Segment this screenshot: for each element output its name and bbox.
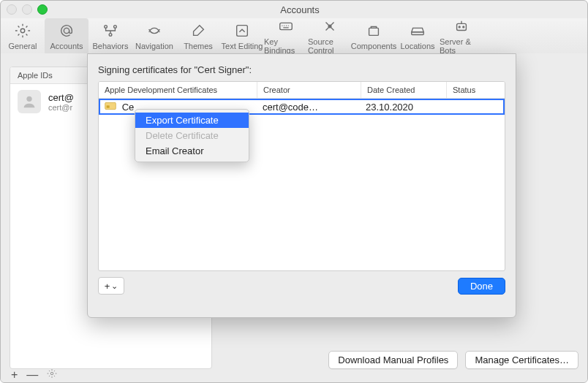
remove-account-button[interactable]: — — [26, 369, 38, 381]
tab-label: Text Editing — [222, 42, 263, 50]
avatar — [18, 90, 41, 113]
svg-point-11 — [459, 26, 460, 28]
cell-status — [445, 105, 505, 108]
preferences-toolbar: General Accounts Behaviors Navigation Th… — [1, 18, 587, 56]
preferences-window: Accounts General Accounts Behaviors Navi… — [0, 0, 588, 383]
column-header-name[interactable]: Apple Development Certificates — [99, 82, 257, 98]
column-header-status[interactable]: Status — [447, 82, 505, 98]
add-certificate-button[interactable]: + ⌄ — [98, 277, 124, 295]
cell-creator: cert@code… — [257, 100, 360, 114]
svg-rect-8 — [369, 28, 379, 35]
svg-rect-5 — [237, 26, 248, 37]
tab-server-bots[interactable]: Server & Bots — [440, 18, 483, 55]
svg-rect-10 — [457, 23, 467, 30]
tab-label: Behaviors — [93, 42, 129, 50]
svg-point-2 — [105, 26, 108, 29]
column-header-date[interactable]: Date Created — [361, 82, 447, 98]
tab-label: Server & Bots — [440, 37, 483, 55]
at-icon — [59, 23, 75, 40]
edit-icon — [234, 23, 250, 40]
tab-general[interactable]: General — [1, 18, 45, 55]
add-account-button[interactable]: + — [11, 369, 18, 381]
account-email: cert@ — [48, 92, 74, 103]
tab-label: Themes — [184, 42, 213, 50]
tab-accounts[interactable]: Accounts — [45, 18, 88, 55]
menu-item-export-certificate[interactable]: Export Certificate — [135, 113, 249, 128]
robot-icon — [453, 18, 470, 36]
menu-item-delete-certificate: Delete Certificate — [135, 128, 249, 143]
window-title: Accounts — [18, 4, 581, 15]
tab-behaviors[interactable]: Behaviors — [88, 18, 132, 55]
arrows-icon — [146, 23, 162, 40]
tab-label: Accounts — [50, 42, 83, 50]
tab-navigation[interactable]: Navigation — [132, 18, 176, 55]
account-text: cert@ cert@r — [48, 92, 74, 112]
svg-point-12 — [463, 26, 464, 28]
svg-point-1 — [64, 28, 69, 33]
plus-icon: + — [105, 281, 110, 292]
tab-label: General — [8, 42, 37, 50]
svg-rect-16 — [107, 105, 110, 107]
gear-icon — [15, 23, 31, 40]
detail-buttons: Download Manual Profiles Manage Certific… — [328, 351, 578, 369]
sidebar-footer-controls: + — — [11, 368, 57, 381]
nodes-icon — [102, 23, 118, 40]
svg-point-14 — [51, 372, 54, 375]
tab-text-editing[interactable]: Text Editing — [220, 18, 264, 55]
sidebar-header-label: Apple IDs — [18, 71, 53, 80]
svg-point-3 — [114, 26, 117, 29]
close-window-button[interactable] — [7, 4, 17, 15]
context-menu: Export Certificate Delete Certificate Em… — [135, 109, 249, 162]
tab-label: Key Bindings — [264, 37, 308, 55]
package-icon — [366, 23, 382, 40]
tab-key-bindings[interactable]: Key Bindings — [264, 18, 308, 55]
tab-label: Navigation — [135, 42, 173, 50]
signing-certificates-sheet: Signing certificates for "Cert Signer": … — [87, 53, 516, 318]
drive-icon — [410, 23, 426, 40]
brush-icon — [190, 23, 206, 40]
sheet-title: Signing certificates for "Cert Signer": — [98, 64, 505, 75]
svg-point-0 — [20, 29, 25, 33]
svg-rect-9 — [412, 32, 424, 35]
sheet-footer: + ⌄ Done — [98, 277, 505, 295]
download-profiles-button[interactable]: Download Manual Profiles — [328, 351, 458, 369]
svg-point-4 — [109, 34, 112, 37]
menu-item-email-creator[interactable]: Email Creator — [135, 143, 249, 159]
cell-date: 23.10.2020 — [360, 100, 445, 114]
keyboard-icon — [278, 18, 294, 36]
svg-rect-6 — [280, 23, 293, 29]
tab-locations[interactable]: Locations — [396, 18, 440, 55]
manage-certificates-button[interactable]: Manage Certificates… — [465, 351, 578, 369]
branch-icon — [322, 18, 338, 36]
tab-components[interactable]: Components — [352, 18, 396, 55]
tab-label: Source Control — [308, 37, 352, 55]
titlebar: Accounts — [1, 1, 587, 18]
account-actions-button[interactable] — [47, 368, 57, 381]
tab-source-control[interactable]: Source Control — [308, 18, 352, 55]
tab-label: Components — [351, 42, 396, 50]
table-header: Apple Development Certificates Creator D… — [99, 82, 505, 99]
certificate-icon — [105, 102, 116, 110]
column-header-creator[interactable]: Creator — [257, 82, 361, 98]
tab-themes[interactable]: Themes — [176, 18, 220, 55]
svg-point-13 — [26, 96, 31, 102]
cert-name-text: Ce — [122, 102, 135, 113]
chevron-down-icon: ⌄ — [111, 281, 118, 291]
done-button[interactable]: Done — [458, 278, 505, 295]
tab-label: Locations — [400, 42, 434, 50]
account-subtext: cert@r — [48, 103, 74, 112]
